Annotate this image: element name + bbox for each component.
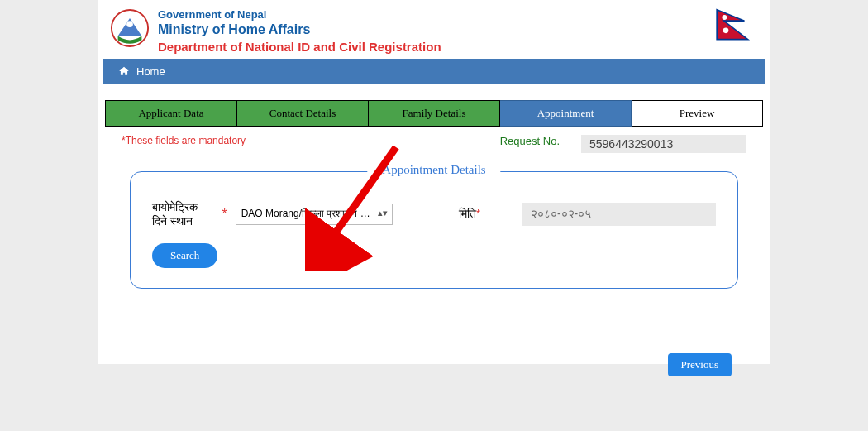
nepal-flag-icon bbox=[713, 8, 755, 43]
required-star: * bbox=[222, 207, 227, 222]
department-line: Department of National ID and Civil Regi… bbox=[158, 40, 758, 54]
bottom-bar: Previous bbox=[130, 289, 738, 338]
tab-contact-details[interactable]: Contact Details bbox=[237, 100, 369, 127]
tab-family-details[interactable]: Family Details bbox=[369, 100, 500, 127]
mandatory-note: *These fields are mandatory bbox=[122, 135, 500, 153]
ministry-line: Ministry of Home Affairs bbox=[158, 22, 758, 37]
page: Government of Nepal Ministry of Home Aff… bbox=[98, 0, 770, 364]
date-label: मिति* bbox=[459, 207, 489, 221]
location-label: बायोमेट्रिक दिने स्थान bbox=[152, 200, 213, 228]
svg-point-3 bbox=[723, 28, 729, 34]
header-titles: Government of Nepal Ministry of Home Aff… bbox=[158, 8, 758, 54]
tab-appointment[interactable]: Appointment bbox=[500, 100, 632, 127]
location-select-wrap[interactable]: DAO Morang/जिल्ला प्रशासन कार्यालय ▴▾ bbox=[236, 204, 393, 225]
search-button[interactable]: Search bbox=[152, 243, 217, 268]
fieldset-wrap: Appointment Details बायोमेट्रिक दिने स्थ… bbox=[105, 171, 763, 338]
tab-applicant-data[interactable]: Applicant Data bbox=[105, 100, 237, 127]
date-input[interactable] bbox=[522, 203, 716, 226]
appointment-fieldset: Appointment Details बायोमेट्रिक दिने स्थ… bbox=[130, 171, 738, 289]
date-label-text: मिति bbox=[459, 207, 476, 220]
tabs: Applicant Data Contact Details Family De… bbox=[105, 100, 763, 127]
location-select[interactable]: DAO Morang/जिल्ला प्रशासन कार्यालय bbox=[236, 204, 393, 225]
svg-point-1 bbox=[126, 21, 133, 27]
home-icon[interactable] bbox=[118, 65, 130, 77]
request-value: 5596443290013 bbox=[581, 135, 746, 153]
gov-line: Government of Nepal bbox=[158, 8, 758, 21]
form-row: बायोमेट्रिक दिने स्थान * DAO Morang/जिल्… bbox=[152, 200, 716, 228]
nav-home[interactable]: Home bbox=[136, 65, 165, 78]
navbar: Home bbox=[103, 59, 765, 84]
svg-point-2 bbox=[722, 15, 727, 20]
fieldset-legend: Appointment Details bbox=[367, 163, 500, 177]
emblem-icon bbox=[110, 8, 150, 48]
content: Applicant Data Contact Details Family De… bbox=[98, 84, 770, 338]
request-label: Request No. bbox=[500, 135, 560, 153]
tab-preview[interactable]: Preview bbox=[632, 100, 763, 127]
previous-button[interactable]: Previous bbox=[668, 353, 732, 376]
mandatory-row: *These fields are mandatory Request No. … bbox=[105, 127, 763, 153]
header: Government of Nepal Ministry of Home Aff… bbox=[98, 0, 770, 59]
required-star-2: * bbox=[476, 207, 480, 220]
